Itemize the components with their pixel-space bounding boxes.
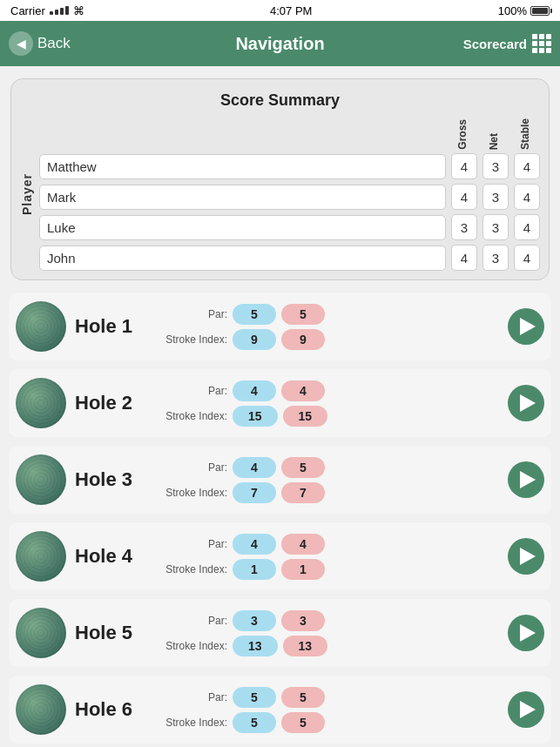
score-0-1: 3 [482, 153, 509, 179]
par-row-3: Par: 4 4 [158, 534, 499, 555]
hole-row-0: Hole 1 Par: 5 5 Stroke Index: 9 9 [9, 293, 551, 360]
status-left: Carrier ⌘ [10, 4, 84, 17]
par-pink-4: 3 [281, 610, 325, 631]
par-label-3: Par: [158, 538, 227, 550]
par-row-5: Par: 5 5 [158, 687, 499, 708]
hole-row-4: Hole 5 Par: 3 3 Stroke Index: 13 13 [9, 599, 551, 667]
score-summary-title: Score Summary [20, 91, 540, 110]
carrier-label: Carrier [10, 4, 45, 17]
hole-row-2: Hole 3 Par: 4 5 Stroke Index: 7 7 [9, 446, 551, 514]
hole-title-2: Hole 3 [75, 468, 149, 491]
player-row-0: 4 3 4 [39, 153, 540, 179]
hole-title-4: Hole 5 [75, 622, 149, 644]
si-blue-2: 7 [233, 482, 276, 503]
play-button-2[interactable] [508, 461, 544, 498]
si-pink-3: 1 [281, 559, 325, 580]
scorecard-button[interactable]: Scorecard [463, 34, 551, 53]
play-icon-4 [520, 624, 536, 642]
hole-ball-5 [16, 684, 66, 735]
player-name-2[interactable] [39, 215, 446, 240]
player-name-0[interactable] [39, 154, 446, 179]
si-pink-0: 9 [281, 329, 325, 350]
par-pink-1: 4 [281, 380, 325, 401]
hole-params-3: Par: 4 4 Stroke Index: 1 1 [158, 534, 499, 580]
play-button-5[interactable] [508, 691, 544, 728]
nav-bar: ◀ Back Navigation Scorecard [0, 21, 560, 66]
si-label-0: Stroke Index: [158, 333, 227, 346]
par-row-2: Par: 4 5 [158, 457, 499, 478]
si-row-0: Stroke Index: 9 9 [158, 329, 499, 350]
hole-ball-3 [16, 531, 66, 582]
play-icon-2 [520, 471, 536, 488]
hole-ball-4 [16, 608, 66, 658]
nav-title: Navigation [235, 34, 324, 54]
player-column-label: Player [20, 173, 34, 215]
score-table-wrapper: Player Gross Net Stable 4 3 4 4 [20, 118, 540, 271]
score-table: 4 3 4 4 3 4 3 3 4 4 [39, 153, 540, 271]
status-bar: Carrier ⌘ 4:07 PM 100% [0, 0, 560, 21]
back-label: Back [37, 35, 71, 52]
score-3-2: 4 [514, 245, 540, 271]
hole-title-5: Hole 6 [75, 698, 149, 721]
par-label-1: Par: [158, 385, 227, 397]
play-button-3[interactable] [508, 538, 544, 575]
player-row-3: 4 3 4 [39, 245, 540, 271]
score-2-1: 3 [482, 214, 509, 240]
par-label-5: Par: [158, 691, 227, 703]
si-row-3: Stroke Index: 1 1 [158, 559, 499, 580]
score-3-1: 3 [482, 245, 509, 271]
par-blue-3: 4 [233, 534, 276, 555]
hole-ball-1 [16, 378, 66, 428]
player-name-1[interactable] [39, 185, 446, 210]
hole-row-1: Hole 2 Par: 4 4 Stroke Index: 15 15 [9, 369, 551, 437]
par-blue-4: 3 [233, 610, 276, 631]
par-label-2: Par: [158, 461, 227, 474]
time-label: 4:07 PM [270, 4, 312, 17]
signal-icon [50, 6, 69, 15]
score-1-0: 4 [451, 184, 477, 210]
score-2-0: 3 [451, 214, 477, 240]
si-blue-0: 9 [233, 329, 276, 350]
score-1-2: 4 [514, 184, 540, 210]
si-label-4: Stroke Index: [158, 640, 227, 652]
par-row-1: Par: 4 4 [158, 380, 499, 401]
play-button-4[interactable] [508, 615, 544, 651]
player-name-3[interactable] [39, 246, 446, 271]
score-summary-card: Score Summary Player Gross Net Stable 4 … [10, 78, 550, 280]
player-row-1: 4 3 4 [39, 184, 540, 210]
score-1-1: 3 [482, 184, 509, 210]
par-row-0: Par: 5 5 [158, 304, 499, 325]
score-3-0: 4 [451, 245, 477, 271]
hole-params-5: Par: 5 5 Stroke Index: 5 5 [158, 687, 499, 733]
par-pink-3: 4 [281, 534, 325, 555]
back-button[interactable]: ◀ Back [9, 31, 71, 56]
hole-title-1: Hole 2 [75, 392, 149, 414]
si-blue-5: 5 [233, 712, 276, 733]
play-button-1[interactable] [508, 385, 544, 421]
si-label-3: Stroke Index: [158, 563, 227, 575]
par-blue-1: 4 [233, 380, 276, 401]
hole-title-0: Hole 1 [75, 315, 149, 338]
play-icon-1 [520, 394, 536, 412]
wifi-icon: ⌘ [73, 4, 84, 17]
col-header-net: Net [481, 133, 507, 150]
hole-params-0: Par: 5 5 Stroke Index: 9 9 [158, 304, 499, 350]
par-blue-5: 5 [233, 687, 276, 708]
hole-ball-2 [16, 454, 66, 505]
si-pink-2: 7 [281, 482, 325, 503]
par-row-4: Par: 3 3 [158, 610, 499, 631]
si-row-1: Stroke Index: 15 15 [158, 406, 499, 427]
par-label-0: Par: [158, 308, 227, 320]
par-pink-5: 5 [281, 687, 325, 708]
scorecard-label: Scorecard [463, 37, 527, 51]
hole-title-3: Hole 4 [75, 545, 149, 568]
hole-row-5: Hole 6 Par: 5 5 Stroke Index: 5 5 [9, 676, 551, 744]
par-pink-0: 5 [281, 304, 325, 325]
score-0-0: 4 [451, 153, 477, 179]
col-header-stable: Stable [512, 118, 538, 150]
play-icon-3 [520, 548, 536, 565]
si-blue-1: 15 [233, 406, 278, 427]
play-button-0[interactable] [508, 308, 544, 345]
battery-percent: 100% [498, 4, 527, 17]
par-pink-2: 5 [281, 457, 325, 478]
